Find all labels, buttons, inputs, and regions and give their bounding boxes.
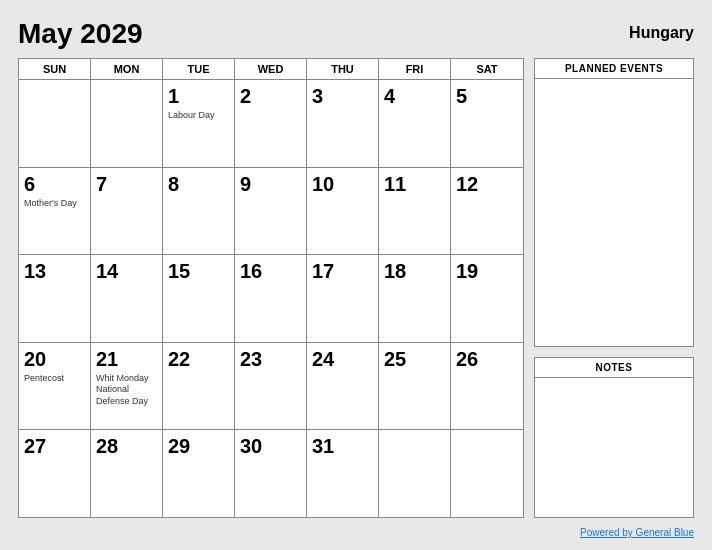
day-number: 7 bbox=[96, 172, 157, 196]
day-number: 27 bbox=[24, 434, 85, 458]
day-of-week-header: THU bbox=[307, 59, 379, 79]
calendar-header: SUNMONTUEWEDTHUFRISAT bbox=[19, 59, 523, 80]
calendar-cell bbox=[451, 430, 523, 517]
day-event: Pentecost bbox=[24, 373, 85, 385]
calendar-cell: 23 bbox=[235, 343, 307, 430]
page: May 2029 Hungary SUNMONTUEWEDTHUFRISAT 1… bbox=[0, 0, 712, 550]
day-event: Labour Day bbox=[168, 110, 229, 122]
day-number: 14 bbox=[96, 259, 157, 283]
calendar-cell: 31 bbox=[307, 430, 379, 517]
calendar-cell: 25 bbox=[379, 343, 451, 430]
calendar-cell bbox=[379, 430, 451, 517]
calendar-cell: 7 bbox=[91, 168, 163, 255]
header: May 2029 Hungary bbox=[18, 18, 694, 50]
day-number: 19 bbox=[456, 259, 518, 283]
day-of-week-header: WED bbox=[235, 59, 307, 79]
main-area: SUNMONTUEWEDTHUFRISAT 1Labour Day23456Mo… bbox=[18, 58, 694, 518]
calendar-cell: 20Pentecost bbox=[19, 343, 91, 430]
calendar-cell: 26 bbox=[451, 343, 523, 430]
day-event: Whit Monday National Defense Day bbox=[96, 373, 157, 408]
day-number: 22 bbox=[168, 347, 229, 371]
calendar-cell: 16 bbox=[235, 255, 307, 342]
day-number: 3 bbox=[312, 84, 373, 108]
calendar-cell: 30 bbox=[235, 430, 307, 517]
calendar-body: 1Labour Day23456Mother's Day789101112131… bbox=[19, 80, 523, 517]
calendar-cell: 5 bbox=[451, 80, 523, 167]
day-number: 31 bbox=[312, 434, 373, 458]
day-number: 4 bbox=[384, 84, 445, 108]
day-number: 23 bbox=[240, 347, 301, 371]
day-number: 13 bbox=[24, 259, 85, 283]
day-number: 9 bbox=[240, 172, 301, 196]
calendar-row: 6Mother's Day789101112 bbox=[19, 168, 523, 256]
day-number: 1 bbox=[168, 84, 229, 108]
calendar-cell: 29 bbox=[163, 430, 235, 517]
day-number: 30 bbox=[240, 434, 301, 458]
calendar-row: 20Pentecost21Whit Monday National Defens… bbox=[19, 343, 523, 431]
calendar-cell: 22 bbox=[163, 343, 235, 430]
day-number: 24 bbox=[312, 347, 373, 371]
day-number: 8 bbox=[168, 172, 229, 196]
calendar-cell bbox=[91, 80, 163, 167]
calendar-row: 2728293031 bbox=[19, 430, 523, 517]
planned-events-header: PLANNED EVENTS bbox=[535, 59, 693, 79]
calendar-cell: 24 bbox=[307, 343, 379, 430]
day-number: 28 bbox=[96, 434, 157, 458]
footer: Powered by General Blue bbox=[18, 522, 694, 540]
day-number: 25 bbox=[384, 347, 445, 371]
notes-box: NOTES bbox=[534, 357, 694, 518]
country-label: Hungary bbox=[629, 24, 694, 42]
calendar-cell: 6Mother's Day bbox=[19, 168, 91, 255]
calendar-cell: 11 bbox=[379, 168, 451, 255]
day-number: 6 bbox=[24, 172, 85, 196]
day-of-week-header: TUE bbox=[163, 59, 235, 79]
day-of-week-header: SUN bbox=[19, 59, 91, 79]
day-number: 20 bbox=[24, 347, 85, 371]
calendar-cell: 3 bbox=[307, 80, 379, 167]
day-number: 10 bbox=[312, 172, 373, 196]
calendar-cell: 10 bbox=[307, 168, 379, 255]
day-number: 17 bbox=[312, 259, 373, 283]
calendar-cell: 12 bbox=[451, 168, 523, 255]
calendar-cell: 18 bbox=[379, 255, 451, 342]
notes-header: NOTES bbox=[535, 358, 693, 378]
day-of-week-header: FRI bbox=[379, 59, 451, 79]
day-number: 2 bbox=[240, 84, 301, 108]
calendar-cell: 13 bbox=[19, 255, 91, 342]
day-number: 18 bbox=[384, 259, 445, 283]
calendar-cell: 27 bbox=[19, 430, 91, 517]
page-title: May 2029 bbox=[18, 18, 143, 50]
calendar-row: 13141516171819 bbox=[19, 255, 523, 343]
day-number: 12 bbox=[456, 172, 518, 196]
day-number: 29 bbox=[168, 434, 229, 458]
notes-content bbox=[535, 378, 693, 517]
powered-by-link[interactable]: Powered by General Blue bbox=[580, 527, 694, 538]
calendar-cell: 1Labour Day bbox=[163, 80, 235, 167]
calendar-cell: 8 bbox=[163, 168, 235, 255]
calendar-cell: 9 bbox=[235, 168, 307, 255]
day-number: 21 bbox=[96, 347, 157, 371]
day-number: 5 bbox=[456, 84, 518, 108]
day-event: Mother's Day bbox=[24, 198, 85, 210]
calendar: SUNMONTUEWEDTHUFRISAT 1Labour Day23456Mo… bbox=[18, 58, 524, 518]
calendar-cell: 19 bbox=[451, 255, 523, 342]
calendar-cell: 14 bbox=[91, 255, 163, 342]
day-of-week-header: SAT bbox=[451, 59, 523, 79]
calendar-cell: 15 bbox=[163, 255, 235, 342]
calendar-cell bbox=[19, 80, 91, 167]
sidebar: PLANNED EVENTS NOTES bbox=[534, 58, 694, 518]
day-number: 11 bbox=[384, 172, 445, 196]
day-number: 15 bbox=[168, 259, 229, 283]
calendar-row: 1Labour Day2345 bbox=[19, 80, 523, 168]
calendar-cell: 17 bbox=[307, 255, 379, 342]
day-of-week-header: MON bbox=[91, 59, 163, 79]
planned-events-box: PLANNED EVENTS bbox=[534, 58, 694, 347]
calendar-cell: 4 bbox=[379, 80, 451, 167]
calendar-cell: 2 bbox=[235, 80, 307, 167]
calendar-cell: 21Whit Monday National Defense Day bbox=[91, 343, 163, 430]
day-number: 16 bbox=[240, 259, 301, 283]
planned-events-content bbox=[535, 79, 693, 346]
calendar-cell: 28 bbox=[91, 430, 163, 517]
day-number: 26 bbox=[456, 347, 518, 371]
